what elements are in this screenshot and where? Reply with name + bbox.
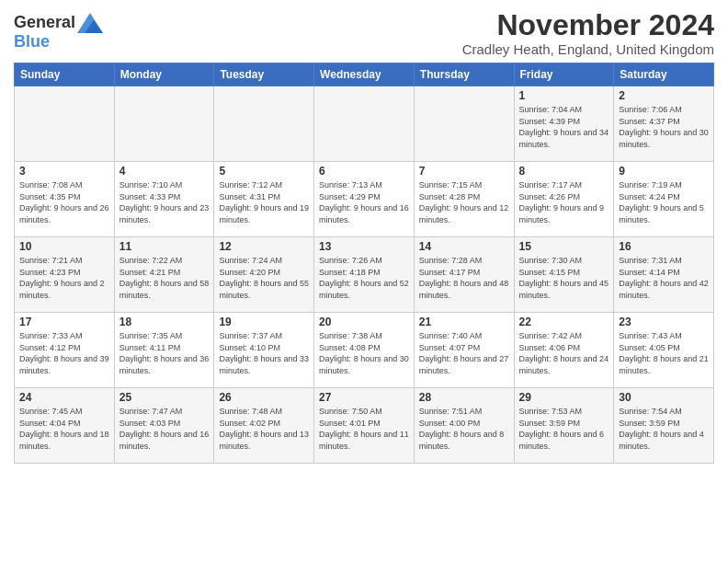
col-monday: Monday xyxy=(114,63,214,86)
calendar-cell: 22Sunrise: 7:42 AM Sunset: 4:06 PM Dayli… xyxy=(514,313,614,388)
day-info: Sunrise: 7:08 AM Sunset: 4:35 PM Dayligh… xyxy=(19,179,109,225)
day-number: 11 xyxy=(119,240,210,253)
calendar-week-3: 10Sunrise: 7:21 AM Sunset: 4:23 PM Dayli… xyxy=(15,237,714,313)
day-number: 15 xyxy=(519,240,609,253)
day-number: 13 xyxy=(319,240,409,253)
calendar-cell xyxy=(414,86,514,162)
col-wednesday: Wednesday xyxy=(314,63,415,86)
calendar-week-2: 3Sunrise: 7:08 AM Sunset: 4:35 PM Daylig… xyxy=(15,162,714,237)
day-info: Sunrise: 7:12 AM Sunset: 4:31 PM Dayligh… xyxy=(219,179,309,225)
calendar-cell: 7Sunrise: 7:15 AM Sunset: 4:28 PM Daylig… xyxy=(414,162,514,237)
day-info: Sunrise: 7:30 AM Sunset: 4:15 PM Dayligh… xyxy=(519,255,609,301)
month-title: November 2024 xyxy=(462,9,714,41)
logo-icon xyxy=(77,13,103,33)
day-number: 16 xyxy=(619,240,709,253)
calendar-cell xyxy=(214,86,314,162)
col-thursday: Thursday xyxy=(414,63,514,86)
calendar-cell: 25Sunrise: 7:47 AM Sunset: 4:03 PM Dayli… xyxy=(114,388,214,464)
day-number: 19 xyxy=(219,316,309,328)
calendar-cell: 9Sunrise: 7:19 AM Sunset: 4:24 PM Daylig… xyxy=(614,162,714,237)
col-friday: Friday xyxy=(514,63,614,86)
day-info: Sunrise: 7:06 AM Sunset: 4:37 PM Dayligh… xyxy=(619,104,709,150)
calendar-cell: 2Sunrise: 7:06 AM Sunset: 4:37 PM Daylig… xyxy=(614,86,714,162)
day-number: 6 xyxy=(319,165,409,178)
day-number: 26 xyxy=(219,391,309,404)
calendar-cell: 16Sunrise: 7:31 AM Sunset: 4:14 PM Dayli… xyxy=(614,237,714,313)
day-number: 17 xyxy=(19,316,109,328)
day-info: Sunrise: 7:24 AM Sunset: 4:20 PM Dayligh… xyxy=(219,255,309,301)
calendar-cell: 6Sunrise: 7:13 AM Sunset: 4:29 PM Daylig… xyxy=(314,162,415,237)
day-number: 23 xyxy=(619,316,709,328)
location: Cradley Heath, England, United Kingdom xyxy=(462,41,714,57)
calendar-cell: 12Sunrise: 7:24 AM Sunset: 4:20 PM Dayli… xyxy=(214,237,314,313)
day-info: Sunrise: 7:43 AM Sunset: 4:05 PM Dayligh… xyxy=(619,330,709,376)
day-info: Sunrise: 7:17 AM Sunset: 4:26 PM Dayligh… xyxy=(519,179,609,225)
day-info: Sunrise: 7:48 AM Sunset: 4:02 PM Dayligh… xyxy=(219,406,309,452)
day-info: Sunrise: 7:45 AM Sunset: 4:04 PM Dayligh… xyxy=(19,406,109,452)
calendar-cell xyxy=(114,86,214,162)
calendar-cell: 10Sunrise: 7:21 AM Sunset: 4:23 PM Dayli… xyxy=(15,237,115,313)
calendar-cell: 19Sunrise: 7:37 AM Sunset: 4:10 PM Dayli… xyxy=(214,313,314,388)
day-info: Sunrise: 7:15 AM Sunset: 4:28 PM Dayligh… xyxy=(419,179,509,225)
day-number: 28 xyxy=(419,391,509,404)
calendar-table: Sunday Monday Tuesday Wednesday Thursday… xyxy=(14,63,714,464)
day-info: Sunrise: 7:40 AM Sunset: 4:07 PM Dayligh… xyxy=(419,330,509,376)
day-info: Sunrise: 7:37 AM Sunset: 4:10 PM Dayligh… xyxy=(219,330,309,376)
title-block: November 2024 Cradley Heath, England, Un… xyxy=(462,9,714,57)
calendar-cell: 11Sunrise: 7:22 AM Sunset: 4:21 PM Dayli… xyxy=(114,237,214,313)
calendar-cell: 8Sunrise: 7:17 AM Sunset: 4:26 PM Daylig… xyxy=(514,162,614,237)
calendar-cell: 27Sunrise: 7:50 AM Sunset: 4:01 PM Dayli… xyxy=(314,388,415,464)
day-number: 7 xyxy=(419,165,509,178)
day-number: 20 xyxy=(319,316,409,328)
day-number: 9 xyxy=(619,165,709,178)
day-number: 1 xyxy=(519,89,609,102)
calendar-cell: 18Sunrise: 7:35 AM Sunset: 4:11 PM Dayli… xyxy=(114,313,214,388)
calendar-cell: 24Sunrise: 7:45 AM Sunset: 4:04 PM Dayli… xyxy=(15,388,115,464)
day-number: 22 xyxy=(519,316,609,328)
calendar-cell xyxy=(314,86,415,162)
day-number: 21 xyxy=(419,316,509,328)
day-number: 27 xyxy=(319,391,409,404)
calendar-cell: 29Sunrise: 7:53 AM Sunset: 3:59 PM Dayli… xyxy=(514,388,614,464)
day-number: 14 xyxy=(419,240,509,253)
logo: General Blue xyxy=(14,13,103,52)
calendar-week-5: 24Sunrise: 7:45 AM Sunset: 4:04 PM Dayli… xyxy=(15,388,714,464)
calendar-cell: 21Sunrise: 7:40 AM Sunset: 4:07 PM Dayli… xyxy=(414,313,514,388)
col-tuesday: Tuesday xyxy=(214,63,314,86)
calendar-cell: 3Sunrise: 7:08 AM Sunset: 4:35 PM Daylig… xyxy=(15,162,115,237)
day-number: 5 xyxy=(219,165,309,178)
day-info: Sunrise: 7:53 AM Sunset: 3:59 PM Dayligh… xyxy=(519,406,609,452)
calendar-cell: 30Sunrise: 7:54 AM Sunset: 3:59 PM Dayli… xyxy=(614,388,714,464)
day-number: 12 xyxy=(219,240,309,253)
calendar-cell: 5Sunrise: 7:12 AM Sunset: 4:31 PM Daylig… xyxy=(214,162,314,237)
day-number: 24 xyxy=(19,391,109,404)
calendar-cell: 20Sunrise: 7:38 AM Sunset: 4:08 PM Dayli… xyxy=(314,313,415,388)
day-info: Sunrise: 7:26 AM Sunset: 4:18 PM Dayligh… xyxy=(319,255,409,301)
day-number: 10 xyxy=(19,240,109,253)
day-info: Sunrise: 7:38 AM Sunset: 4:08 PM Dayligh… xyxy=(319,330,409,376)
day-info: Sunrise: 7:50 AM Sunset: 4:01 PM Dayligh… xyxy=(319,406,409,452)
day-info: Sunrise: 7:13 AM Sunset: 4:29 PM Dayligh… xyxy=(319,179,409,225)
col-saturday: Saturday xyxy=(614,63,714,86)
calendar-cell: 4Sunrise: 7:10 AM Sunset: 4:33 PM Daylig… xyxy=(114,162,214,237)
day-number: 3 xyxy=(19,165,109,178)
page-container: General Blue November 2024 Cradley Heath… xyxy=(0,0,728,468)
day-info: Sunrise: 7:31 AM Sunset: 4:14 PM Dayligh… xyxy=(619,255,709,301)
day-info: Sunrise: 7:28 AM Sunset: 4:17 PM Dayligh… xyxy=(419,255,509,301)
calendar-week-4: 17Sunrise: 7:33 AM Sunset: 4:12 PM Dayli… xyxy=(15,313,714,388)
day-number: 18 xyxy=(119,316,210,328)
col-sunday: Sunday xyxy=(15,63,115,86)
day-number: 30 xyxy=(619,391,709,404)
calendar-cell xyxy=(15,86,115,162)
day-info: Sunrise: 7:42 AM Sunset: 4:06 PM Dayligh… xyxy=(519,330,609,376)
calendar-cell: 14Sunrise: 7:28 AM Sunset: 4:17 PM Dayli… xyxy=(414,237,514,313)
day-number: 4 xyxy=(119,165,210,178)
day-info: Sunrise: 7:54 AM Sunset: 3:59 PM Dayligh… xyxy=(619,406,709,452)
day-info: Sunrise: 7:04 AM Sunset: 4:39 PM Dayligh… xyxy=(519,104,609,150)
calendar-cell: 28Sunrise: 7:51 AM Sunset: 4:00 PM Dayli… xyxy=(414,388,514,464)
day-info: Sunrise: 7:22 AM Sunset: 4:21 PM Dayligh… xyxy=(119,255,210,301)
calendar-cell: 17Sunrise: 7:33 AM Sunset: 4:12 PM Dayli… xyxy=(15,313,115,388)
day-info: Sunrise: 7:21 AM Sunset: 4:23 PM Dayligh… xyxy=(19,255,109,301)
day-number: 2 xyxy=(619,89,709,102)
logo-text-general: General xyxy=(14,14,75,32)
